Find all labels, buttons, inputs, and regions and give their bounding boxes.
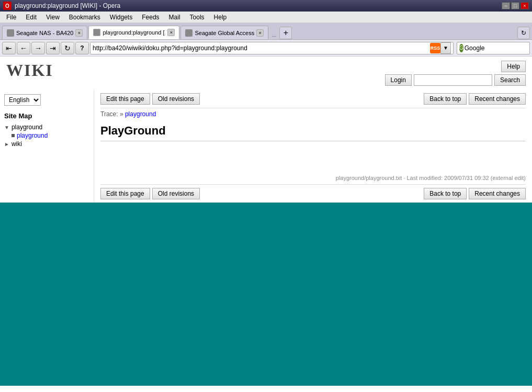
back-to-top-button-top[interactable]: Back to top bbox=[424, 93, 467, 105]
menu-edit[interactable]: Edit bbox=[21, 13, 41, 22]
wiki-header-right: Help Login Search bbox=[385, 61, 526, 86]
sitemap-item-playground[interactable]: playground bbox=[4, 131, 89, 140]
bottom-toolbar: Edit this page Old revisions Back to top… bbox=[100, 184, 526, 203]
sitemap-link-playground[interactable]: playground bbox=[17, 132, 48, 139]
nav-fast-forward-button[interactable]: ⇥ bbox=[46, 42, 60, 54]
menu-help[interactable]: Help bbox=[210, 13, 231, 22]
tab-close-seagate[interactable]: × bbox=[256, 29, 264, 37]
help-button[interactable]: Help bbox=[501, 61, 526, 72]
bullet-icon-playground bbox=[12, 134, 15, 137]
tab-favicon-nas bbox=[7, 29, 14, 37]
tab-label-seagate: Seagate Global Access bbox=[195, 30, 254, 36]
sidebar: English Site Map ▼ playground playground… bbox=[0, 90, 94, 203]
arrow-icon-playground: ▼ bbox=[4, 125, 9, 130]
toolbar-right-bottom: Back to top Recent changes bbox=[424, 188, 526, 199]
nav-reload-button[interactable]: ↻ bbox=[61, 42, 74, 54]
window-controls[interactable]: – □ × bbox=[502, 2, 529, 9]
app-icon: O bbox=[3, 2, 12, 10]
window-title: playground:playground [WIKI] - Opera bbox=[15, 2, 499, 9]
address-dropdown[interactable]: ▼ bbox=[440, 42, 451, 54]
close-button[interactable]: × bbox=[520, 2, 529, 9]
page-meta-text: playground/playground.txt · Last modifie… bbox=[336, 175, 526, 181]
google-search-icon: G bbox=[459, 44, 463, 52]
menu-bar: File Edit View Bookmarks Widgets Feeds M… bbox=[0, 12, 532, 23]
content-area: English Site Map ▼ playground playground… bbox=[0, 90, 532, 203]
rss-button[interactable]: RSS bbox=[430, 43, 440, 53]
lang-select-wrap[interactable]: English bbox=[4, 94, 89, 106]
breadcrumb-separator: » bbox=[120, 110, 123, 118]
sitemap-label-playground-parent: playground bbox=[12, 124, 42, 131]
page-title: PlayGround bbox=[100, 120, 526, 140]
breadcrumb-current[interactable]: playground bbox=[125, 110, 156, 118]
nav-bar: ⇤ ← → ⇥ ↻ ? RSS ▼ G ▼ bbox=[0, 40, 532, 57]
tab-cycle-button[interactable]: ↻ bbox=[517, 27, 530, 39]
site-map-title: Site Map bbox=[4, 112, 89, 120]
header-actions: Help bbox=[501, 61, 526, 72]
nav-forward-button[interactable]: → bbox=[31, 42, 45, 54]
menu-feeds[interactable]: Feeds bbox=[138, 13, 163, 22]
header-search-input[interactable] bbox=[414, 74, 492, 86]
page-wrapper: WIKI Help Login Search English Site Map … bbox=[0, 57, 532, 203]
tab-bar-right: ↻ bbox=[517, 27, 530, 39]
desktop-area bbox=[0, 203, 532, 386]
edit-page-button-bottom[interactable]: Edit this page bbox=[100, 188, 150, 199]
page-meta: playground/playground.txt · Last modifie… bbox=[100, 173, 526, 183]
sitemap-item-playground-parent[interactable]: ▼ playground bbox=[4, 123, 89, 131]
recent-changes-button-top[interactable]: Recent changes bbox=[469, 93, 526, 105]
new-tab-button[interactable]: + bbox=[279, 27, 292, 39]
header-search-wrap: Login Search bbox=[385, 74, 526, 86]
tab-favicon-seagate bbox=[185, 29, 193, 37]
menu-file[interactable]: File bbox=[2, 13, 20, 22]
edit-page-button-top[interactable]: Edit this page bbox=[100, 93, 150, 105]
browser-search-bar[interactable]: G ▼ bbox=[457, 42, 530, 54]
sitemap-item-wiki[interactable]: ► wiki bbox=[4, 140, 89, 148]
breadcrumb-trace: Trace: bbox=[100, 110, 118, 118]
language-select[interactable]: English bbox=[4, 94, 41, 106]
minimize-button[interactable]: – bbox=[502, 2, 510, 9]
menu-mail[interactable]: Mail bbox=[165, 13, 185, 22]
nav-back-button[interactable]: ← bbox=[17, 42, 30, 54]
tab-close-nas[interactable]: × bbox=[75, 29, 83, 37]
top-toolbar: Edit this page Old revisions Back to top… bbox=[100, 90, 526, 108]
tab-close-wiki[interactable]: × bbox=[167, 29, 175, 36]
header-search-button[interactable]: Search bbox=[494, 74, 526, 86]
breadcrumb: Trace: » playground bbox=[100, 108, 526, 120]
tab-favicon-wiki bbox=[93, 29, 100, 36]
address-bar[interactable]: RSS ▼ bbox=[90, 42, 454, 54]
tab-label-wiki: playground:playground [..… bbox=[103, 29, 165, 36]
back-to-top-button-bottom[interactable]: Back to top bbox=[424, 188, 467, 199]
toolbar-right-top: Back to top Recent changes bbox=[424, 93, 526, 105]
tab-more-btn[interactable]: ··· bbox=[269, 33, 278, 39]
tab-seagate[interactable]: Seagate Global Access × bbox=[180, 26, 268, 39]
main-content: Edit this page Old revisions Back to top… bbox=[94, 90, 532, 203]
address-input[interactable] bbox=[93, 44, 429, 52]
wiki-logo: WIKI bbox=[6, 61, 53, 80]
menu-tools[interactable]: Tools bbox=[186, 13, 209, 22]
title-bar: O playground:playground [WIKI] - Opera –… bbox=[0, 0, 532, 12]
nav-rewind-button[interactable]: ⇤ bbox=[2, 42, 16, 54]
old-revisions-button-bottom[interactable]: Old revisions bbox=[152, 188, 200, 199]
tab-nas[interactable]: Seagate NAS - BA420 × bbox=[2, 26, 87, 39]
arrow-icon-wiki: ► bbox=[4, 141, 9, 147]
browser-search-input[interactable] bbox=[465, 44, 532, 52]
nav-help-button[interactable]: ? bbox=[75, 42, 89, 54]
maximize-button[interactable]: □ bbox=[511, 2, 519, 9]
menu-bookmarks[interactable]: Bookmarks bbox=[65, 13, 105, 22]
sitemap-label-wiki: wiki bbox=[12, 140, 22, 148]
menu-widgets[interactable]: Widgets bbox=[106, 13, 137, 22]
tab-wiki[interactable]: playground:playground [..… × bbox=[88, 26, 179, 39]
recent-changes-button-bottom[interactable]: Recent changes bbox=[469, 188, 526, 199]
menu-view[interactable]: View bbox=[42, 13, 64, 22]
page-title-divider bbox=[100, 141, 526, 141]
tab-label-nas: Seagate NAS - BA420 bbox=[16, 30, 73, 36]
login-button[interactable]: Login bbox=[385, 74, 412, 86]
wiki-header: WIKI Help Login Search bbox=[0, 57, 532, 90]
old-revisions-button-top[interactable]: Old revisions bbox=[152, 93, 200, 105]
tab-bar: Seagate NAS - BA420 × playground:playgro… bbox=[0, 23, 532, 40]
